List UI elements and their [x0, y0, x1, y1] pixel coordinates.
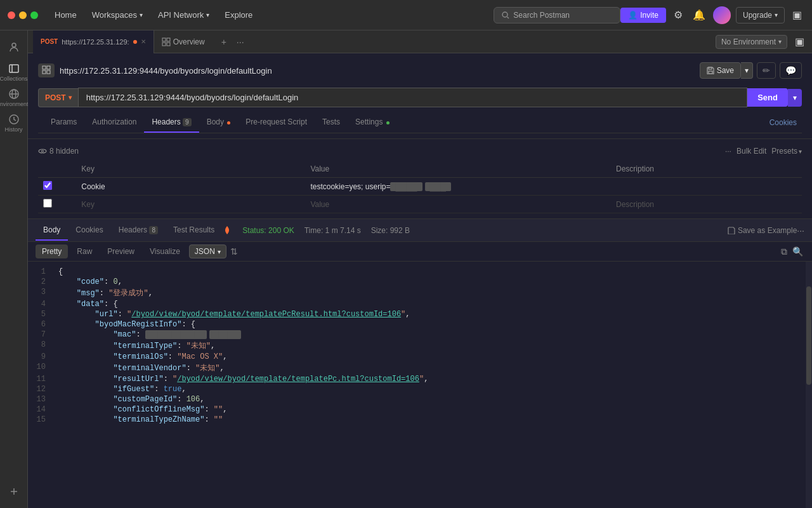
method-label: POST: [45, 93, 66, 102]
row-desc-cell[interactable]: [611, 178, 802, 196]
table-actions: ··· Bulk Edit Presets ▾: [725, 147, 802, 156]
row-checkbox-cell: [38, 178, 76, 196]
save-example-button[interactable]: Save as Example: [728, 226, 797, 235]
format-tab-pretty[interactable]: Pretty: [36, 244, 68, 258]
response-more-button[interactable]: ···: [797, 225, 804, 236]
search-bar[interactable]: Search Postman: [494, 7, 620, 23]
sidebar-item-new-collection[interactable]: [3, 480, 25, 503]
nav-explore[interactable]: Explore: [218, 8, 259, 22]
json-url-link[interactable]: /byod/view/byod/template/templatePcResul…: [131, 310, 401, 319]
res-tab-body[interactable]: Body: [36, 220, 68, 241]
json-line: 5 "url": "/byod/view/byod/template/templ…: [28, 309, 806, 319]
sidebar-toggle-icon[interactable]: ▣: [790, 6, 804, 23]
overview-label: Overview: [173, 37, 205, 46]
line-number: 10: [28, 363, 53, 373]
row-checkbox[interactable]: [43, 199, 52, 208]
line-number: 11: [28, 375, 53, 384]
tab-prerequest[interactable]: Pre-request Script: [238, 112, 315, 133]
nav-home[interactable]: Home: [48, 8, 83, 22]
svg-rect-15: [43, 66, 46, 69]
method-selector[interactable]: POST ▾: [38, 88, 78, 107]
overview-tab[interactable]: Overview: [154, 30, 213, 53]
sidebar-item-history[interactable]: History: [3, 112, 25, 135]
header-value-col: Value: [305, 161, 611, 178]
tab-method: POST: [41, 38, 58, 45]
more-tabs-button[interactable]: ···: [233, 36, 248, 48]
maximize-traffic-light[interactable]: [30, 11, 38, 19]
res-tab-test-results[interactable]: Test Results: [166, 220, 222, 241]
avatar[interactable]: [713, 6, 731, 24]
request-tab[interactable]: POST https://172.25.31.129: ✕: [33, 30, 154, 53]
line-number: 15: [28, 415, 53, 424]
cookies-link[interactable]: Cookies: [769, 118, 797, 127]
json-line: 3 "msg": "登录成功",: [28, 287, 806, 299]
edit-button[interactable]: ✏: [757, 62, 776, 79]
row-key-cell[interactable]: Cookie: [76, 178, 305, 196]
environment-selector[interactable]: No Environment ▾: [716, 35, 787, 49]
format-selector[interactable]: JSON ▾: [189, 244, 226, 258]
sidebar-bottom: [3, 480, 25, 503]
svg-rect-16: [47, 66, 50, 69]
request-grid-icon: [38, 64, 55, 77]
format-tab-preview[interactable]: Preview: [101, 244, 141, 258]
json-line: 11 "resultUrl": "/byod/view/byod/templat…: [28, 374, 806, 384]
svg-rect-3: [10, 65, 18, 72]
tab-body[interactable]: Body: [199, 112, 239, 133]
minimize-traffic-light[interactable]: [19, 11, 27, 19]
tab-settings[interactable]: Settings: [348, 112, 397, 133]
sidebar-item-environments[interactable]: Environments: [3, 86, 25, 109]
tab-authorization[interactable]: Authorization: [84, 112, 144, 133]
comment-button[interactable]: 💬: [780, 62, 802, 79]
tab-close-icon[interactable]: ✕: [141, 38, 146, 45]
scrollbar-track[interactable]: [806, 262, 812, 508]
row-desc-placeholder[interactable]: Description: [611, 196, 802, 213]
sidebar-item-collections[interactable]: Collections: [3, 61, 25, 84]
invite-button[interactable]: 👤 Invite: [620, 8, 666, 23]
res-tab-headers[interactable]: Headers 8: [111, 220, 166, 241]
more-icon[interactable]: ···: [725, 147, 731, 156]
sidebar-item-person[interactable]: [3, 36, 25, 58]
scrollbar-thumb[interactable]: [806, 286, 811, 385]
copy-button[interactable]: ⧉: [780, 245, 789, 258]
row-value-cell[interactable]: testcookie=yes; userip=███████: [305, 178, 611, 196]
tab-headers[interactable]: Headers 9: [144, 112, 199, 133]
filter-button[interactable]: ⇅: [229, 245, 239, 258]
json-line: 10 "terminalVendor": "未知",: [28, 362, 806, 374]
save-button[interactable]: Save: [700, 62, 741, 79]
row-checkbox[interactable]: [43, 181, 52, 190]
titlebar: Home Workspaces ▾ API Network ▾ Explore …: [0, 0, 812, 30]
body-dot-indicator: [227, 121, 230, 124]
nav-workspaces[interactable]: Workspaces ▾: [86, 8, 149, 22]
upgrade-button[interactable]: Upgrade ▾: [736, 7, 785, 23]
headers-section: 8 hidden ··· Bulk Edit Presets ▾ Key: [28, 139, 812, 218]
format-tab-raw[interactable]: Raw: [70, 244, 98, 258]
format-tab-visualize[interactable]: Visualize: [143, 244, 187, 258]
line-number: 12: [28, 385, 53, 394]
save-dropdown-button[interactable]: ▾: [741, 62, 753, 79]
response-body-actions: ⧉ 🔍: [780, 245, 804, 258]
svg-rect-11: [162, 38, 166, 41]
presets-button[interactable]: Presets ▾: [771, 147, 802, 156]
send-dropdown-button[interactable]: ▾: [788, 89, 802, 107]
close-traffic-light[interactable]: [8, 11, 15, 19]
search-response-button[interactable]: 🔍: [791, 245, 804, 258]
url-input[interactable]: [78, 88, 748, 107]
settings-icon[interactable]: ⚙: [671, 6, 685, 23]
row-value-placeholder[interactable]: Value: [305, 196, 611, 213]
table-header-row: Key Value Description: [38, 161, 802, 178]
json-result-url-link[interactable]: /byod/view/byod/template/templatePc.html…: [177, 375, 419, 384]
tab-tests[interactable]: Tests: [315, 112, 348, 133]
format-label: JSON: [195, 247, 215, 256]
row-key-placeholder[interactable]: Key: [76, 196, 305, 213]
new-tab-button[interactable]: +: [218, 36, 230, 48]
tab-params[interactable]: Params: [43, 112, 84, 133]
bulk-edit-button[interactable]: Bulk Edit: [737, 147, 766, 156]
sidebar-right-icon[interactable]: ▣: [792, 33, 807, 50]
send-button[interactable]: Send: [747, 88, 788, 107]
json-viewer[interactable]: 1{ 2 "code": 0, 3 "msg": "登录成功", 4 "data…: [28, 262, 806, 508]
res-tab-cookies[interactable]: Cookies: [68, 220, 110, 241]
nav-api-network[interactable]: API Network ▾: [152, 8, 216, 22]
line-number: 13: [28, 395, 53, 404]
json-content: "msg": "登录成功",: [53, 288, 806, 298]
notification-icon[interactable]: 🔔: [690, 6, 708, 23]
